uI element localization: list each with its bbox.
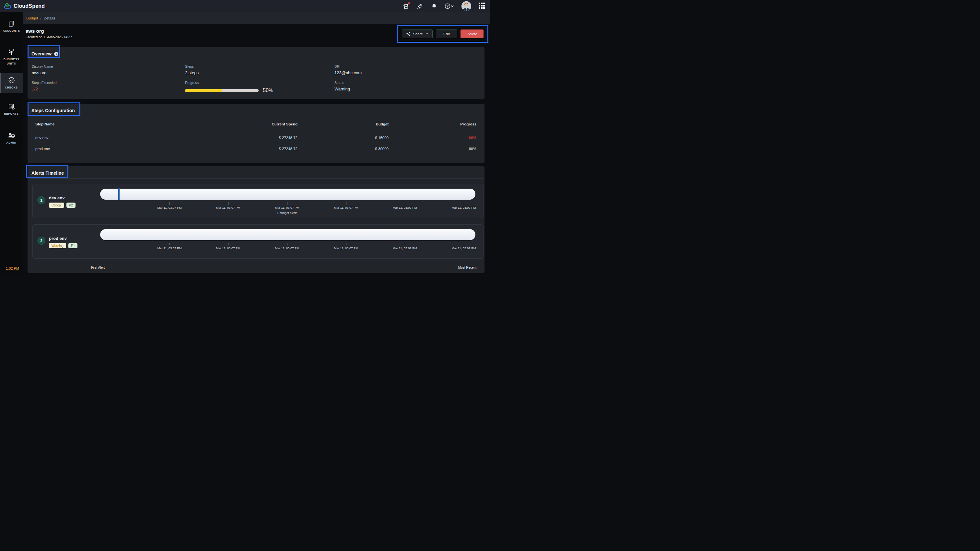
first-alert-label: First Alert — [91, 266, 105, 269]
timeline-tick — [287, 202, 288, 205]
delete-button[interactable]: Delete — [460, 30, 484, 38]
admin-icon — [1, 132, 22, 139]
timeline-date: Mar 11, 03:07 PM — [452, 206, 476, 209]
col-progress: Progress — [388, 122, 476, 126]
info-icon[interactable]: i — [54, 52, 58, 56]
cell-current-spend: $ 27248.72 — [189, 147, 298, 151]
col-step-name: Step Name — [35, 122, 189, 126]
bell-icon[interactable] — [430, 3, 438, 10]
timeline-date: Mar 11, 03:07 PM — [275, 246, 299, 250]
timeline-tick — [287, 243, 288, 245]
whats-new-icon[interactable] — [402, 3, 410, 10]
steps-configuration-title: Steps Configuration — [32, 108, 75, 113]
priority-badge: P2 — [67, 202, 75, 208]
sidebar: ACCOUNTS BUSINESS UNITS CHECKS — [0, 12, 23, 276]
business-units-icon — [1, 48, 22, 56]
col-budget: Budget — [298, 122, 388, 126]
cell-budget: $ 15000 — [298, 136, 388, 140]
annotation-box-actions: Share Edit Delete — [397, 25, 488, 43]
progress-percent: 50% — [263, 88, 273, 93]
step-number-badge: 1 — [37, 196, 45, 204]
overview-panel: Overview i Display Name aws org Steps 2 … — [27, 47, 485, 99]
timeline-date: Mar 11, 03:07 PM — [393, 206, 417, 209]
field-status: Status Warning — [334, 81, 485, 93]
field-progress: Progress 50% — [185, 81, 334, 93]
timeline-date: Mar 11, 03:07 PM — [334, 246, 358, 250]
timeline-date: Mar 11, 03:07 PM — [158, 246, 182, 250]
progress-bar — [185, 89, 259, 92]
main-content: Budget / Details aws org Created on 11-M… — [23, 12, 490, 276]
timeline-tick — [464, 243, 464, 245]
timeline-date: Mar 11, 03:07 PM — [334, 206, 358, 209]
timeline-tick — [405, 243, 405, 245]
sidebar-label-reports: REPORTS — [1, 112, 22, 116]
breadcrumb: Budget / Details — [23, 12, 490, 24]
accounts-icon — [1, 20, 22, 27]
field-display-name: Display Name aws org — [32, 65, 185, 75]
table-row: dev env $ 27248.72 $ 15000 100% — [27, 132, 485, 143]
progress-bar-fill — [185, 89, 222, 92]
timeline-tick — [464, 202, 464, 205]
timeline-date: Mar 11, 03:07 PM — [393, 246, 417, 250]
timeline-date: Mar 11, 03:07 PM — [216, 246, 240, 250]
cell-step-name: prod env — [35, 147, 189, 151]
sidebar-label-admin: ADMIN — [1, 141, 22, 145]
top-bar: CloudSpend — [0, 0, 490, 12]
breadcrumb-current: Details — [44, 16, 55, 20]
svg-text:?: ? — [447, 5, 449, 8]
share-icon — [406, 32, 410, 36]
edit-button[interactable]: Edit — [436, 30, 457, 38]
app-grid-icon[interactable] — [478, 3, 485, 10]
timeline-date: Mar 11, 03:07 PM — [216, 206, 240, 209]
sidebar-item-admin[interactable]: ADMIN — [0, 128, 23, 148]
rocket-icon[interactable] — [417, 3, 423, 10]
cell-progress: 100% — [388, 136, 476, 140]
alert-marker[interactable] — [118, 188, 119, 200]
alerts-timeline-title: Alerts Timeline — [32, 170, 64, 176]
alert-row-dev-env: 1 dev env Critical P2 Mar 11, 03:07 PM M… — [32, 184, 484, 218]
timeline-date: Mar 11, 03:07 PM — [452, 246, 476, 250]
share-label: Share — [413, 32, 423, 36]
brand[interactable]: CloudSpend — [4, 3, 45, 10]
overview-title: Overview i — [32, 51, 58, 56]
brand-name: CloudSpend — [14, 3, 45, 9]
alert-row-prod-env: 2 prod env Warning P1 Mar 11, 03:07 PM M… — [32, 224, 484, 259]
cloudspend-logo-icon — [4, 3, 11, 10]
sidebar-item-checks[interactable]: CHECKS — [0, 73, 23, 93]
budget-alerts-note: 1 budget alerts — [277, 211, 298, 215]
notification-dot — [408, 2, 410, 5]
timeline-tick — [405, 202, 405, 205]
timeline-tick — [346, 202, 347, 205]
sidebar-label-checks: CHECKS — [1, 86, 22, 90]
sidebar-item-business-units[interactable]: BUSINESS UNITS — [0, 45, 23, 69]
most-recent-label: Most Recent — [458, 266, 476, 269]
sidebar-label-accounts: ACCOUNTS — [1, 29, 22, 33]
chevron-down-icon — [425, 32, 428, 35]
severity-badge: Critical — [49, 202, 64, 208]
breadcrumb-separator: / — [40, 16, 41, 20]
step-number-badge: 2 — [37, 237, 45, 245]
col-current-spend: Current Spend — [189, 122, 298, 126]
delete-label: Delete — [467, 32, 477, 36]
breadcrumb-budget-link[interactable]: Budget — [26, 16, 38, 20]
help-icon[interactable]: ? — [444, 3, 455, 10]
timeline-tick — [228, 243, 229, 245]
checks-icon — [1, 76, 22, 84]
footer-time-link[interactable]: 1:02 PM — [6, 266, 19, 271]
field-steps: Steps 2 steps — [185, 65, 334, 75]
user-avatar[interactable] — [461, 1, 471, 11]
table-row: prod env $ 27248.72 $ 30000 90% — [27, 143, 485, 154]
timeline-bar — [100, 229, 476, 240]
cell-current-spend: $ 27248.72 — [189, 136, 298, 140]
sidebar-item-accounts[interactable]: ACCOUNTS — [0, 16, 23, 37]
timeline-tick — [346, 243, 347, 245]
severity-badge: Warning — [49, 243, 66, 248]
timeline-tick — [228, 202, 229, 205]
cell-budget: $ 30000 — [298, 147, 388, 151]
share-button[interactable]: Share — [402, 30, 433, 38]
table-header-row: Step Name Current Spend Budget Progress — [27, 116, 485, 132]
sidebar-item-reports[interactable]: REPORTS — [0, 99, 23, 119]
timeline-date: Mar 11, 03:07 PM — [275, 206, 299, 209]
field-steps-exceeded: Steps Exceeded 1/2 — [32, 81, 185, 93]
cell-step-name: dev env — [35, 136, 189, 140]
